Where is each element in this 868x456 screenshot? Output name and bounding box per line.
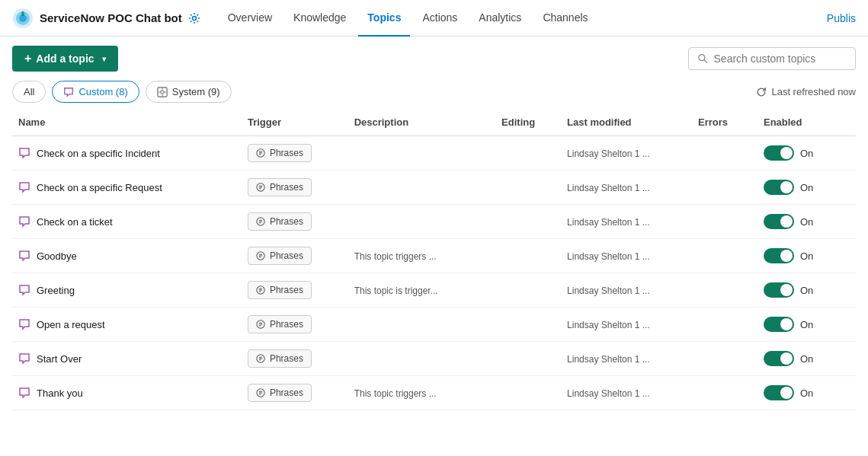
cell-enabled-6: On <box>757 342 856 376</box>
cell-modified-2: Lindsay Shelton 1 ... <box>561 205 692 239</box>
col-header-errors: Errors <box>692 109 757 136</box>
topics-table: Name Trigger Description Editing Last mo… <box>12 109 856 410</box>
search-box <box>688 47 856 70</box>
enabled-label: On <box>800 216 813 228</box>
cell-name-7: Thank you <box>12 376 242 410</box>
enabled-toggle[interactable] <box>764 145 794 161</box>
chevron-down-icon: ▾ <box>102 55 106 63</box>
enabled-label: On <box>800 285 813 296</box>
enabled-label: On <box>800 148 813 159</box>
cell-modified-1: Lindsay Shelton 1 ... <box>561 171 692 205</box>
table-row: Goodbye Phrases This topic triggers ... … <box>12 239 856 273</box>
cell-modified-5: Lindsay Shelton 1 ... <box>561 308 692 342</box>
add-topic-button[interactable]: + Add a topic ▾ <box>12 46 118 72</box>
modified-text: Lindsay Shelton 1 ... <box>567 183 650 193</box>
nav-overview[interactable]: Overview <box>219 0 281 37</box>
modified-text: Lindsay Shelton 1 ... <box>567 251 650 262</box>
phrases-button[interactable]: Phrases <box>248 384 312 402</box>
table-row: Start Over Phrases Lindsay Shelton 1 ... <box>12 342 856 376</box>
search-input[interactable] <box>714 53 846 65</box>
system-icon <box>157 87 168 97</box>
nav-actions[interactable]: Actions <box>413 0 466 37</box>
cell-editing-5 <box>495 308 561 342</box>
plus-icon: + <box>24 52 31 65</box>
enabled-toggle[interactable] <box>764 248 794 263</box>
topic-name[interactable]: Check on a specific Request <box>37 182 162 193</box>
phrases-button[interactable]: Phrases <box>248 178 312 196</box>
col-header-enabled: Enabled <box>757 109 856 136</box>
topic-name[interactable]: Goodbye <box>37 250 77 262</box>
toolbar: + Add a topic ▾ <box>0 37 868 81</box>
modified-text: Lindsay Shelton 1 ... <box>567 217 650 228</box>
enabled-toggle[interactable] <box>764 282 794 298</box>
nav-channels[interactable]: Channels <box>533 0 597 37</box>
filter-system-button[interactable]: System (9) <box>146 81 232 103</box>
enabled-toggle[interactable] <box>764 180 794 195</box>
cell-errors-1 <box>692 171 757 205</box>
modified-text: Lindsay Shelton 1 ... <box>567 388 650 399</box>
cell-trigger-7: Phrases <box>242 376 348 410</box>
table-body: Check on a specific Incident Phrases Lin… <box>12 136 856 410</box>
cell-errors-7 <box>692 376 757 410</box>
col-header-editing: Editing <box>495 109 561 136</box>
enabled-label: On <box>800 182 813 193</box>
phrases-icon <box>256 388 265 397</box>
topic-icon <box>18 284 30 296</box>
filter-system-label: System (9) <box>172 86 220 97</box>
cell-name-1: Check on a specific Request <box>12 171 242 205</box>
refresh-info: Last refreshed now <box>756 86 856 97</box>
cell-editing-1 <box>495 171 561 205</box>
enabled-toggle[interactable] <box>764 317 794 332</box>
cell-trigger-2: Phrases <box>242 205 348 239</box>
col-header-name: Name <box>12 109 242 136</box>
cell-enabled-5: On <box>757 308 856 342</box>
phrases-button[interactable]: Phrases <box>248 144 312 162</box>
nav-knowledge[interactable]: Knowledge <box>284 0 355 37</box>
phrases-button[interactable]: Phrases <box>248 247 312 265</box>
enabled-toggle[interactable] <box>764 214 794 229</box>
cell-errors-2 <box>692 205 757 239</box>
cell-errors-5 <box>692 308 757 342</box>
table-row: Open a request Phrases Lindsay Shelton 1… <box>12 308 856 342</box>
logo-icon <box>12 8 34 29</box>
topic-name[interactable]: Check on a specific Incident <box>37 148 160 159</box>
chat-bubble-icon <box>63 87 74 97</box>
topic-name[interactable]: Thank you <box>37 387 83 399</box>
svg-line-5 <box>704 60 707 63</box>
cell-trigger-3: Phrases <box>242 239 348 273</box>
enabled-toggle[interactable] <box>764 385 794 400</box>
enabled-label: On <box>800 387 813 399</box>
publish-button[interactable]: Publis <box>827 12 856 24</box>
topic-name[interactable]: Open a request <box>37 319 105 330</box>
enabled-toggle[interactable] <box>764 351 794 366</box>
phrases-button[interactable]: Phrases <box>248 281 312 299</box>
cell-trigger-0: Phrases <box>242 136 348 171</box>
nav-topics[interactable]: Topics <box>358 0 410 37</box>
cell-desc-6 <box>348 342 495 376</box>
phrases-button[interactable]: Phrases <box>248 349 312 368</box>
cell-trigger-5: Phrases <box>242 308 348 342</box>
topic-name[interactable]: Check on a ticket <box>37 216 113 228</box>
phrases-icon <box>256 183 265 192</box>
modified-text: Lindsay Shelton 1 ... <box>567 285 650 296</box>
filter-bar: All Custom (8) System (9) Last refreshed… <box>0 81 868 109</box>
phrases-button[interactable]: Phrases <box>248 212 312 231</box>
filter-custom-button[interactable]: Custom (8) <box>52 81 139 103</box>
cell-enabled-7: On <box>757 376 856 410</box>
cell-name-3: Goodbye <box>12 239 242 273</box>
nav-analytics[interactable]: Analytics <box>469 0 530 37</box>
cell-trigger-4: Phrases <box>242 273 348 308</box>
app-settings-icon[interactable] <box>188 12 200 24</box>
topic-icon <box>18 318 30 330</box>
refresh-icon[interactable] <box>756 87 767 97</box>
cell-name-4: Greeting <box>12 273 242 308</box>
filter-all-button[interactable]: All <box>12 81 46 103</box>
phrases-button[interactable]: Phrases <box>248 315 312 333</box>
svg-point-3 <box>192 16 196 20</box>
cell-errors-3 <box>692 239 757 273</box>
cell-enabled-3: On <box>757 239 856 273</box>
cell-desc-0 <box>348 136 495 171</box>
enabled-label: On <box>800 353 813 365</box>
topic-name[interactable]: Greeting <box>37 285 75 296</box>
topic-name[interactable]: Start Over <box>37 353 82 365</box>
